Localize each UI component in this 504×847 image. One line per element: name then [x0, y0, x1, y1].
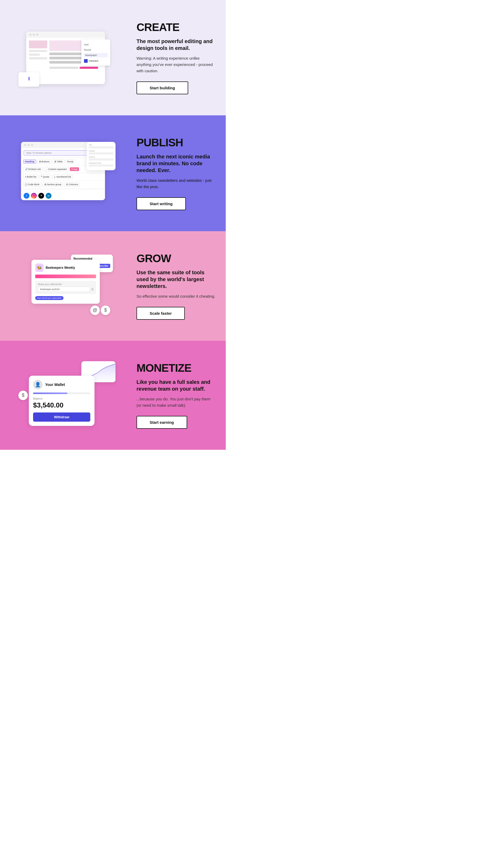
balance-amount: $3,540.00 — [33, 401, 90, 409]
wallet-card: 👤 Your Wallet Balance $3,540.00 Withdraw — [29, 376, 94, 426]
earn-badge: Earn $2.80 per subscriber — [35, 296, 64, 300]
referral-input-row: beekeeper.acd154 ⎘ — [38, 287, 93, 292]
monetize-title: MONETIZE — [137, 362, 215, 374]
section-publish: Type / to browse options Heading ⊞Button… — [0, 115, 226, 231]
panel-title-input — [89, 146, 113, 149]
editor-toolbar-3: ≡Bullet list ❝Quote 1.Numbered list — [21, 173, 105, 181]
panel-authors-field: Authors — [89, 156, 113, 160]
withdraw-btn[interactable]: Withdraw — [33, 413, 90, 422]
wallet-progress-bar — [33, 393, 90, 394]
grow-main-card: 🐝 Beekeepers Weekly Share your referral … — [32, 260, 100, 304]
color-hex: #3843D0 — [89, 59, 98, 62]
section-monetize: $ 👤 Your Wallet Balance $3,540.00 Withdr… — [0, 341, 226, 450]
upload-icon: ⬆ — [27, 76, 31, 82]
section-create: Grid Round Newspaper #3843D0 ⬆ CREATE Th… — [0, 0, 226, 115]
referral-label: Share your referral link — [38, 283, 93, 286]
p-dot-2 — [28, 144, 30, 146]
monetize-subtitle: Like you have a full sales and revenue t… — [137, 379, 215, 392]
panel-subtitle-input — [89, 152, 113, 154]
publish-subtitle: Launch the next iconic media brand in mi… — [137, 153, 215, 174]
create-subtitle: The most powerful editing and design too… — [137, 38, 215, 51]
pink-bar — [35, 275, 96, 278]
editor-toolbar-4: { }Code block ⊞Section group ⊟Columns — [21, 181, 105, 189]
publish-mock: Type / to browse options Heading ⊞Button… — [16, 139, 115, 208]
publish-desc: World class newsletters and websites - j… — [137, 177, 215, 190]
panel-date-label: Displayed Date — [89, 162, 113, 164]
color-option-grid: Grid — [84, 42, 108, 47]
toolbar-separator: ···Content separator — [44, 167, 69, 171]
progress-bar-row — [49, 67, 102, 69]
grow-cta-button[interactable]: Scale faster — [137, 307, 185, 320]
browser-bar — [26, 32, 105, 38]
publish-title: PUBLISH — [137, 136, 215, 149]
upload-float: ⬆ — [18, 72, 39, 87]
browser-dot-yellow — [33, 34, 35, 36]
publish-content: PUBLISH Launch the next iconic media bra… — [131, 131, 215, 215]
bee-name: Beekeepers Weekly — [46, 266, 75, 270]
panel-title-field: Title — [89, 144, 113, 149]
grow-desc: So effective some would consider it chea… — [137, 293, 215, 299]
monetize-cta-button[interactable]: Start earning — [137, 416, 187, 429]
embed-label: Embed Link — [28, 168, 41, 171]
grow-illustration: Recommended 🐝 Subscribe 🐝 Beekeepers Wee… — [11, 252, 121, 320]
section-label: Section group — [47, 183, 62, 186]
toolbar-embed: 🔗Embed Link — [23, 167, 43, 171]
toolbar-numbered: 1.Numbered list — [52, 175, 73, 179]
facebook-icon: f — [24, 193, 30, 198]
panel-authors-label: Authors — [89, 156, 113, 158]
create-mock: Grid Round Newspaper #3843D0 ⬆ — [16, 26, 115, 89]
create-content: CREATE The most powerful editing and des… — [131, 16, 215, 100]
create-cta-button[interactable]: Start building — [137, 82, 188, 94]
monetize-content: MONETIZE Like you have a full sales and … — [131, 357, 215, 434]
publish-cta-button[interactable]: Start writing — [137, 197, 186, 210]
panel-subtitle-field: Subtitle — [89, 150, 113, 154]
toolbar-table: ⊞Table — [53, 159, 65, 164]
p-dot-3 — [31, 144, 33, 146]
color-option-swatch: #3843D0 — [84, 58, 108, 64]
copy-icon: ⎘ — [92, 288, 93, 291]
grow-title: GROW — [137, 252, 215, 265]
recommended-title: Recommended — [73, 257, 110, 260]
editor-right-panel: Title Subtitle Authors Displayed Date — [87, 142, 115, 170]
prog-pink — [79, 67, 98, 69]
toolbar-bullet: ≡Bullet list — [23, 175, 38, 179]
bee-icon: 🐝 — [35, 263, 43, 272]
section-grow: Recommended 🐝 Subscribe 🐝 Beekeepers Wee… — [0, 231, 226, 341]
emoji-label: Emoji — [68, 160, 73, 163]
monetize-mock: $ 👤 Your Wallet Balance $3,540.00 Withdr… — [16, 360, 115, 431]
linkedin-icon: in — [46, 193, 51, 198]
bullet-label: Bullet list — [27, 175, 36, 178]
toolbar-image: Image — [70, 167, 79, 171]
panel-date-input — [89, 165, 113, 167]
color-option-round: Round — [84, 48, 108, 52]
wallet-header: 👤 Your Wallet — [33, 380, 90, 390]
color-picker-float: Grid Round Newspaper #3843D0 — [82, 39, 110, 66]
toolbar-emoji: Emoji — [66, 159, 75, 164]
create-title: CREATE — [137, 21, 215, 34]
publish-illustration: Type / to browse options Heading ⊞Button… — [11, 139, 121, 208]
toolbar-columns: ⊟Columns — [64, 182, 80, 187]
grow-mock: Recommended 🐝 Subscribe 🐝 Beekeepers Wee… — [16, 252, 115, 320]
balance-label: Balance — [33, 397, 90, 400]
sidebar-text-2 — [29, 54, 40, 56]
browser-dot-red — [30, 34, 32, 36]
toolbar-heading: Heading — [23, 159, 36, 164]
toolbar-section: ⊞Section group — [42, 182, 64, 187]
content-bar-3 — [49, 61, 81, 64]
create-illustration: Grid Round Newspaper #3843D0 ⬆ — [11, 24, 121, 92]
panel-authors-input — [89, 158, 113, 160]
social-row: f ◯ ✕ in — [24, 193, 102, 198]
at-icon-float: @ — [90, 306, 100, 315]
grow-subtitle: Use the same suite of tools used by the … — [137, 269, 215, 290]
wallet-avatar: 👤 — [33, 380, 42, 390]
grow-content: GROW Use the same suite of tools used by… — [131, 247, 215, 325]
color-option-newspaper: Newspaper — [84, 53, 108, 57]
referral-input: beekeeper.acd154 — [38, 287, 90, 292]
dollar-float-left: $ — [18, 391, 28, 400]
panel-subtitle-label: Subtitle — [89, 150, 113, 152]
buttons-label: Buttons — [42, 160, 50, 163]
toolbar-quote: ❝Quote — [39, 175, 51, 179]
wallet-progress-fill — [33, 393, 68, 394]
instagram-icon: ◯ — [31, 193, 37, 198]
twitter-icon: ✕ — [38, 193, 44, 198]
